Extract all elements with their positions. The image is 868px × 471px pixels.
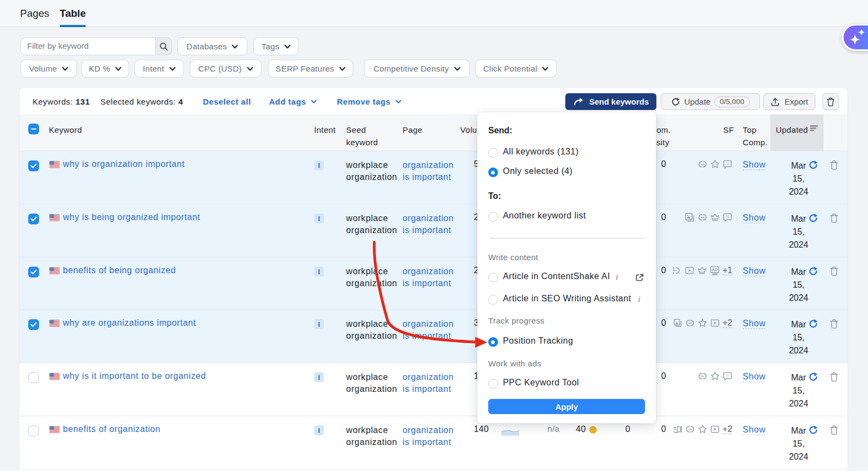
svg-text:?: ? <box>726 373 729 378</box>
svg-text:?: ? <box>726 215 729 220</box>
svg-text:AD: AD <box>712 267 718 272</box>
svg-text:?: ? <box>726 162 729 166</box>
